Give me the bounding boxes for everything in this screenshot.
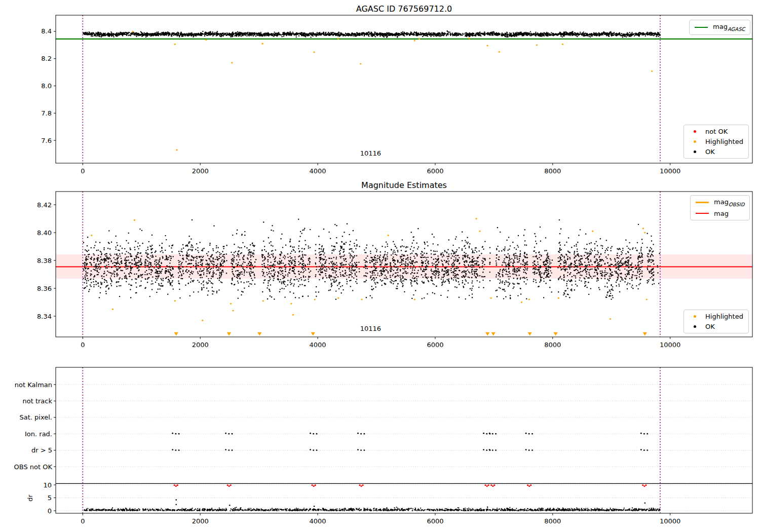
- legend-item: OK: [689, 148, 743, 156]
- svg-text:7.8: 7.8: [41, 109, 52, 117]
- svg-text:8.34: 8.34: [37, 313, 52, 320]
- legend-label: magAGASC: [713, 23, 745, 32]
- svg-text:8000: 8000: [544, 517, 561, 525]
- legend-marker-swatch: [689, 140, 700, 143]
- svg-text:6000: 6000: [427, 341, 443, 349]
- svg-text:8.4: 8.4: [41, 27, 52, 35]
- svg-text:5: 5: [48, 494, 52, 502]
- legend-mag-agasc: magAGASC: [689, 20, 750, 35]
- svg-text:0: 0: [81, 167, 85, 175]
- plot2-magnitude-estimates: 02000400060008000100008.348.368.388.408.…: [37, 192, 752, 349]
- legend-marker-swatch: [689, 315, 700, 318]
- plot1-obsid-label: 10116: [360, 149, 381, 157]
- legend-item: OK: [689, 323, 743, 330]
- chart-canvas: 02000400060008000100007.67.88.08.28.4020…: [0, 0, 760, 532]
- plot1-scatter-ok: [83, 30, 660, 38]
- legend-line-swatch: [696, 202, 709, 203]
- svg-text:2000: 2000: [192, 167, 209, 175]
- svg-text:2000: 2000: [192, 517, 209, 525]
- svg-text:4000: 4000: [310, 167, 326, 175]
- svg-text:8.38: 8.38: [37, 257, 52, 264]
- plot3-flags: not Kalmannot trackSat. pixel.Ion. rad.d…: [14, 367, 753, 525]
- svg-text:8.40: 8.40: [37, 229, 52, 237]
- plot2-obsid-label: 10116: [360, 325, 381, 332]
- legend-item: mag: [696, 210, 744, 217]
- svg-text:4000: 4000: [310, 517, 326, 525]
- plot3-flag-dots: [172, 433, 648, 451]
- svg-text:dr > 5: dr > 5: [31, 446, 52, 454]
- svg-text:dr: dr: [26, 495, 34, 502]
- svg-text:8000: 8000: [544, 167, 561, 175]
- legend-item: magAGASC: [695, 23, 745, 32]
- svg-text:not Kalman: not Kalman: [15, 381, 52, 389]
- svg-text:10000: 10000: [660, 167, 680, 175]
- legend-item: magOBSID: [696, 198, 744, 207]
- legend-label: Highlighted: [705, 313, 743, 320]
- plot2-title: Magnitude Estimates: [361, 180, 447, 190]
- svg-text:8.36: 8.36: [37, 285, 52, 292]
- svg-text:10000: 10000: [660, 341, 680, 349]
- legend-plot2-lines: magOBSIDmag: [690, 195, 750, 220]
- legend-label: OK: [705, 148, 715, 156]
- svg-text:2000: 2000: [192, 341, 209, 349]
- svg-text:10: 10: [43, 481, 52, 489]
- legend-line-swatch: [695, 27, 708, 28]
- plot1-title: AGASC ID 767569712.0: [356, 4, 452, 14]
- svg-text:OBS not OK: OBS not OK: [14, 463, 53, 471]
- legend-label: Highlighted: [705, 138, 743, 145]
- svg-text:10000: 10000: [660, 517, 680, 525]
- plot1-scatter-highlighted: [132, 31, 653, 151]
- legend-item: Highlighted: [689, 138, 743, 145]
- legend-marker-swatch: [689, 150, 700, 153]
- figure: 02000400060008000100007.67.88.08.28.4020…: [0, 0, 760, 532]
- svg-text:8000: 8000: [544, 341, 561, 349]
- svg-text:7.6: 7.6: [41, 137, 52, 144]
- plot2-clip-triangles: [174, 332, 647, 336]
- svg-text:0: 0: [81, 517, 85, 525]
- legend-marker-swatch: [689, 130, 700, 133]
- legend-item: not OK: [689, 128, 743, 135]
- plot1-mags: 02000400060008000100007.67.88.08.28.4: [41, 15, 752, 175]
- svg-text:8.0: 8.0: [41, 82, 52, 90]
- legend-plot1-markers: not OKHighlightedOK: [683, 125, 749, 159]
- svg-text:Ion. rad.: Ion. rad.: [25, 430, 52, 438]
- legend-plot2-markers: HighlightedOK: [683, 310, 749, 333]
- svg-text:Sat. pixel.: Sat. pixel.: [20, 413, 52, 421]
- legend-line-swatch: [696, 213, 709, 214]
- legend-label: OK: [705, 323, 715, 330]
- svg-text:0: 0: [81, 341, 85, 349]
- svg-text:6000: 6000: [427, 167, 443, 175]
- svg-text:0: 0: [48, 507, 52, 515]
- legend-item: Highlighted: [689, 313, 743, 320]
- svg-text:6000: 6000: [427, 517, 443, 525]
- plot3-dr-mid-points: [175, 499, 645, 508]
- svg-text:not track: not track: [22, 397, 52, 405]
- svg-text:8.2: 8.2: [41, 55, 52, 62]
- legend-label: mag: [714, 210, 729, 217]
- svg-text:8.42: 8.42: [37, 201, 52, 209]
- legend-marker-swatch: [689, 325, 700, 328]
- legend-label: not OK: [705, 128, 728, 135]
- svg-text:4000: 4000: [310, 341, 326, 349]
- legend-label: magOBSID: [714, 198, 744, 207]
